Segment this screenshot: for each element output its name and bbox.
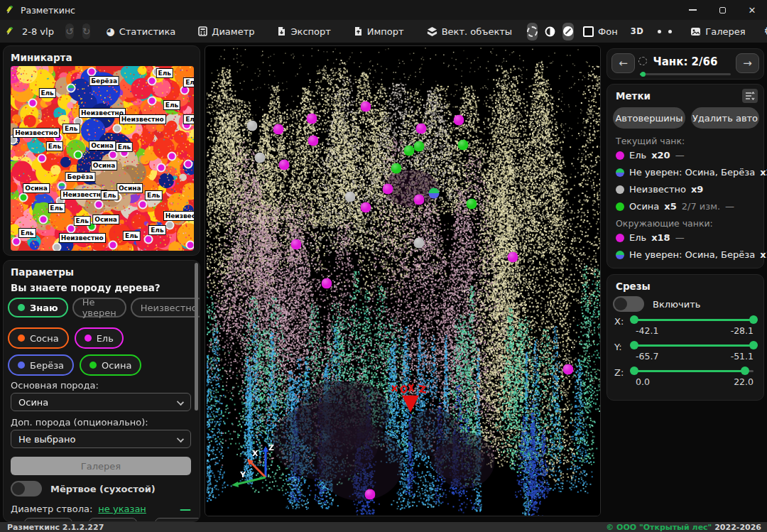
- minimap-tree-marker[interactable]: [37, 154, 46, 163]
- tree-top-marker[interactable]: [508, 252, 518, 263]
- statistics-button[interactable]: ◕ Статистика: [102, 23, 180, 39]
- main-species-select[interactable]: Осина: [11, 393, 191, 411]
- minimap-tree-marker[interactable]: [109, 241, 118, 250]
- mode-3d-button[interactable]: 3D: [631, 26, 644, 36]
- vector-objects-button[interactable]: Вект. объекты: [423, 24, 516, 39]
- tree-top-marker[interactable]: [414, 195, 425, 205]
- next-chunk-button[interactable]: →: [736, 53, 759, 73]
- tree-top-marker[interactable]: [360, 202, 371, 212]
- minimap-tree-marker[interactable]: [147, 97, 156, 106]
- tree-top-marker[interactable]: [391, 163, 402, 174]
- chunk-progress-track[interactable]: [640, 73, 731, 75]
- import-button[interactable]: Импорт: [349, 24, 408, 39]
- slider-handle-max[interactable]: [741, 367, 749, 375]
- minimap-tree-marker[interactable]: [87, 67, 96, 76]
- tree-top-marker[interactable]: [364, 489, 375, 500]
- tree-top-marker[interactable]: [562, 364, 573, 374]
- tree-top-marker[interactable]: [429, 188, 440, 198]
- minimap-tree-marker[interactable]: [185, 241, 194, 250]
- tree-top-marker[interactable]: [453, 115, 464, 126]
- minimap-tree-marker[interactable]: [138, 200, 147, 210]
- link-points-button[interactable]: [658, 30, 672, 33]
- delete-auto-button[interactable]: Удалить авто: [691, 107, 759, 129]
- know-option-unknown[interactable]: Неизвестно: [131, 298, 200, 317]
- slider-handle-min[interactable]: [630, 367, 638, 375]
- minimap-tree-marker[interactable]: [67, 84, 76, 93]
- extra-species-select[interactable]: Не выбрано: [11, 430, 191, 448]
- minimap-tree-marker[interactable]: [165, 220, 175, 229]
- know-option-know[interactable]: Знаю: [8, 298, 68, 317]
- tree-top-marker[interactable]: [321, 278, 332, 289]
- slider-handle-max[interactable]: [749, 315, 758, 324]
- slices-enable-toggle[interactable]: [613, 296, 644, 312]
- minimap[interactable]: ЕльБерёзаЕльЕльЕльНеизвестноНеизвестноЕл…: [11, 66, 194, 251]
- tree-top-marker[interactable]: [382, 184, 393, 195]
- chunk-outline-toggle[interactable]: [527, 23, 538, 40]
- tree-top-marker[interactable]: [278, 159, 289, 170]
- slider-handle-min[interactable]: [630, 341, 638, 349]
- tree-top-marker[interactable]: [466, 199, 477, 210]
- minimap-tree-marker[interactable]: [168, 152, 177, 161]
- know-option-unsure[interactable]: Не уверен: [72, 298, 126, 317]
- mark-list-item[interactable]: Неизвестноx9: [616, 184, 703, 195]
- close-button[interactable]: ✕: [737, 0, 767, 20]
- tree-top-marker[interactable]: [360, 102, 371, 112]
- slider-handle-max[interactable]: [749, 341, 758, 349]
- compass-toggle[interactable]: [562, 23, 574, 40]
- tree-top-marker[interactable]: [414, 237, 425, 248]
- tree-top-marker[interactable]: [273, 124, 283, 135]
- background-checkbox[interactable]: [583, 26, 594, 37]
- tree-top-marker[interactable]: [308, 136, 319, 146]
- minimap-tree-marker[interactable]: [112, 124, 121, 134]
- settings-gear-button[interactable]: ⚙: [764, 26, 767, 37]
- mark-list-item[interactable]: Осинаx52/7 изм.—: [616, 201, 734, 212]
- pointcloud-viewport[interactable]: Z X Y: [205, 45, 601, 516]
- tree-top-marker[interactable]: [414, 141, 425, 152]
- diameter-button[interactable]: Диаметр: [194, 24, 259, 39]
- contrast-toggle[interactable]: [545, 23, 555, 40]
- redo-button[interactable]: ↻: [82, 23, 91, 39]
- minimap-tree-marker[interactable]: [52, 242, 61, 251]
- dead-tree-toggle[interactable]: [11, 481, 42, 496]
- minimap-tree-marker[interactable]: [28, 99, 37, 108]
- mark-list-item[interactable]: Ельx20—: [616, 150, 685, 161]
- tree-top-marker[interactable]: [404, 145, 415, 156]
- slider-track[interactable]: [634, 319, 754, 321]
- tree-top-marker[interactable]: [306, 114, 317, 124]
- mark-list-item[interactable]: Ельx18—: [616, 232, 685, 243]
- tree-top-marker[interactable]: [246, 121, 257, 131]
- tree-top-marker[interactable]: [290, 239, 301, 249]
- minimap-tree-marker[interactable]: [94, 200, 103, 210]
- chunk-progress-knob[interactable]: [641, 72, 646, 77]
- mark-list-item[interactable]: Не уверен: Осина, Берёзаx1: [616, 249, 767, 260]
- slider-handle-min[interactable]: [630, 315, 638, 324]
- minimap-tree-marker[interactable]: [39, 215, 48, 224]
- undo-button[interactable]: ↺: [65, 23, 74, 39]
- minimap-tree-marker[interactable]: [147, 76, 156, 85]
- tree-top-marker[interactable]: [344, 192, 355, 202]
- tree-top-marker[interactable]: [457, 140, 468, 151]
- species-aspen[interactable]: Осина: [80, 354, 141, 376]
- sort-list-button[interactable]: [742, 89, 758, 103]
- minimap-tree-marker[interactable]: [156, 163, 165, 173]
- slider-track[interactable]: [634, 344, 754, 347]
- mark-list-item[interactable]: Не уверен: Осина, Берёзаx2: [616, 167, 767, 178]
- minimap-tree-marker[interactable]: [19, 192, 28, 202]
- species-spruce[interactable]: Ель: [75, 327, 124, 349]
- tree-top-marker[interactable]: [415, 124, 426, 134]
- slider-track[interactable]: [634, 370, 754, 372]
- minimap-tree-marker[interactable]: [143, 235, 153, 244]
- parameters-scrollbar[interactable]: [195, 263, 198, 411]
- species-pine[interactable]: Сосна: [8, 327, 69, 349]
- species-birch[interactable]: Берёза: [8, 354, 74, 376]
- minimap-tree-marker[interactable]: [11, 237, 21, 246]
- diameter-not-set-link[interactable]: не указан: [98, 504, 146, 514]
- tree-top-marker[interactable]: [255, 152, 266, 163]
- minimize-button[interactable]: [678, 0, 707, 20]
- minimap-tree-marker[interactable]: [184, 159, 193, 168]
- maximize-button[interactable]: [707, 0, 737, 20]
- auto-peaks-button[interactable]: Автовершины: [613, 107, 685, 129]
- export-button[interactable]: Экспорт: [273, 24, 334, 39]
- tree-gallery-button[interactable]: Галерея: [11, 457, 191, 475]
- minimap-tree-marker[interactable]: [74, 150, 83, 159]
